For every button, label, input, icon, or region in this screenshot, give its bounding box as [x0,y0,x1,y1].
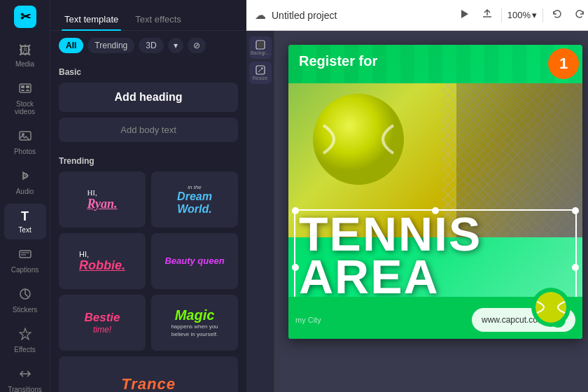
sidebar-item-audio[interactable]: Audio [4,164,46,201]
trend-card-trance[interactable]: Trance [59,356,238,392]
side-tools: Backgr... Resize [246,31,274,392]
dropdown-chevron-icon: ▾ [174,41,178,50]
app-logo[interactable]: ✂ [11,6,39,28]
play-button[interactable] [456,6,473,24]
effects-icon [19,328,31,344]
basic-section-title: Basic [59,67,238,77]
stock-videos-icon [19,82,31,98]
trending-grid: HI, Ryan. in the Dream World. HI, Robbie… [59,172,238,351]
svg-rect-11 [20,251,31,258]
panel-content: Basic Add heading Add body text Trending… [50,60,246,392]
svg-rect-7 [20,132,31,140]
city-text: my City [295,316,321,324]
svg-marker-20 [461,10,468,18]
svg-point-28 [536,292,566,323]
undo-button[interactable] [549,6,566,24]
sidebar-item-stock-videos[interactable]: Stock videos [4,76,46,121]
svg-rect-2 [20,84,31,92]
project-name[interactable]: Untitled project [272,10,451,21]
editor-topbar: ☁ Untitled project 100% ▾ [246,0,588,31]
filter-dropdown-btn[interactable]: ▾ [168,38,183,53]
tab-text-effects[interactable]: Text effects [132,8,184,30]
sidebar-item-effects[interactable]: Effects [4,322,46,359]
trend-card-hi-robbie[interactable]: HI, Robbie. [59,233,146,289]
trend-card-hi-ryan[interactable]: HI, Ryan. [59,172,146,227]
filter-row: All Trending 3D ▾ ⊘ [50,31,246,60]
resize-tool[interactable]: Resize [249,62,272,84]
canvas-circle-number: 1 [548,48,579,79]
editor-area: ☁ Untitled project 100% ▾ [246,0,588,392]
background-tool-label: Backgr... [251,50,270,55]
svg-rect-4 [26,85,29,88]
audio-icon [19,169,31,186]
svg-rect-6 [26,90,29,91]
sidebar-item-stickers[interactable]: Stickers [4,282,46,319]
svg-point-24 [313,94,404,185]
sidebar-item-photos[interactable]: Photos [4,124,46,161]
sidebar-item-captions[interactable]: Captions [4,242,46,279]
svg-rect-5 [21,90,24,91]
stickers-icon [19,288,31,304]
export-button[interactable] [479,6,496,24]
photos-icon [19,130,31,146]
trend-card-beauty-queen[interactable]: Beauty queen [151,233,238,289]
add-heading-button[interactable]: Add heading [59,83,238,112]
trend-card-bestie[interactable]: Bestie time! [59,295,146,351]
register-text: Register for [299,53,377,69]
svg-text:✂: ✂ [20,10,31,24]
text-icon: T [21,209,29,224]
sidebar: ✂ 🖼 Media Stock videos Photos [0,0,50,392]
captions-icon [19,248,31,264]
filter-3d-btn[interactable]: 3D [139,38,163,53]
background-tool[interactable]: Backgr... [249,36,272,59]
topbar-divider-2 [542,8,543,22]
svg-point-10 [24,175,26,176]
trending-section-title: Trending [59,156,238,166]
topbar-actions: 100% ▾ [456,6,588,24]
resize-tool-label: Resize [253,76,267,80]
media-icon: 🖼 [19,43,31,58]
editor-canvas-area: Backgr... Resize Register for 1 [246,31,588,392]
zoom-select[interactable]: 100% ▾ [507,10,537,20]
redo-button[interactable] [571,6,588,24]
trend-card-magic[interactable]: Magic happens when youbelieve in yoursel… [151,295,238,351]
svg-marker-15 [20,328,31,340]
trance-label: Trance [121,375,176,392]
svg-rect-3 [21,85,24,88]
panel-tab-bar: Text template Text effects [50,0,246,31]
sidebar-item-transitions[interactable]: Transitions [4,362,46,392]
svg-rect-22 [258,42,263,48]
tennis-ball-small-svg [530,286,572,328]
topbar-divider [501,8,502,22]
filter-trending-btn[interactable]: Trending [88,38,134,53]
transitions-icon [19,368,31,384]
cloud-save-icon: ☁ [255,8,266,22]
filter-sort-btn[interactable]: ⊘ [188,38,206,53]
filter-all-btn[interactable]: All [59,38,83,53]
canvas-wrapper: Register for 1 [274,31,588,392]
sidebar-item-text[interactable]: T Text [4,204,46,239]
sidebar-item-media[interactable]: 🖼 Media [4,38,46,74]
trend-card-dream-world[interactable]: in the Dream World. [151,172,238,227]
filter-sort-icon: ⊘ [193,41,200,50]
text-panel: Text template Text effects All Trending … [50,0,246,392]
tennis-ball-svg [309,90,407,188]
add-body-button[interactable]: Add body text [59,118,238,142]
tab-text-template[interactable]: Text template [62,8,121,30]
design-canvas[interactable]: Register for 1 [288,45,582,339]
canvas-bottom-bar: my City www.capcut.com [295,308,575,332]
